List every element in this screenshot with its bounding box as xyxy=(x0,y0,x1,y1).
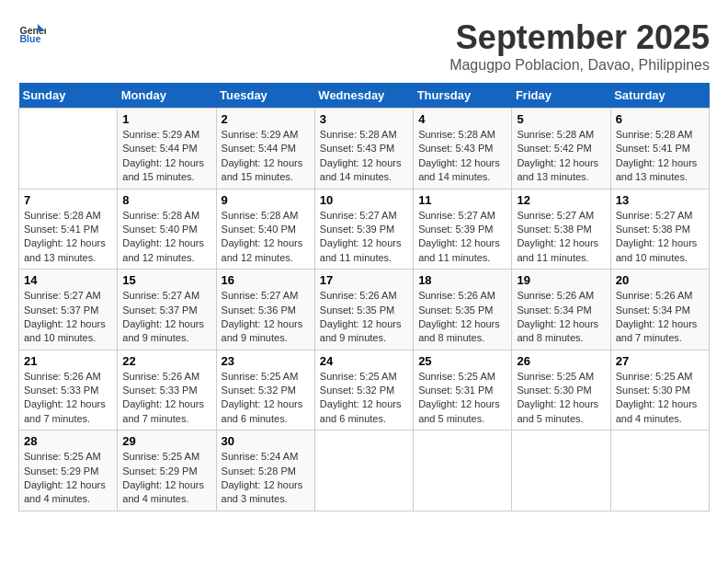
day-number: 24 xyxy=(320,354,408,368)
weekday-saturday: Saturday xyxy=(610,83,709,109)
calendar-cell: 20Sunrise: 5:26 AM Sunset: 5:34 PM Dayli… xyxy=(610,270,709,350)
day-number: 7 xyxy=(24,193,112,207)
day-number: 15 xyxy=(122,273,210,287)
location-title: Magugpo Poblacion, Davao, Philippines xyxy=(449,57,710,74)
calendar-cell: 11Sunrise: 5:27 AM Sunset: 5:39 PM Dayli… xyxy=(414,189,512,270)
calendar-cell: 16Sunrise: 5:27 AM Sunset: 5:36 PM Dayli… xyxy=(216,270,314,350)
week-row-5: 28Sunrise: 5:25 AM Sunset: 5:29 PM Dayli… xyxy=(19,431,710,511)
day-info: Sunrise: 5:25 AM Sunset: 5:32 PM Dayligh… xyxy=(222,370,310,427)
calendar-cell: 17Sunrise: 5:26 AM Sunset: 5:35 PM Dayli… xyxy=(314,270,413,350)
weekday-friday: Friday xyxy=(512,83,610,109)
calendar-cell: 19Sunrise: 5:26 AM Sunset: 5:34 PM Dayli… xyxy=(512,270,610,350)
day-info: Sunrise: 5:26 AM Sunset: 5:34 PM Dayligh… xyxy=(517,289,605,346)
day-number: 14 xyxy=(24,273,112,287)
day-number: 11 xyxy=(418,193,506,207)
calendar-cell: 15Sunrise: 5:27 AM Sunset: 5:37 PM Dayli… xyxy=(118,270,216,350)
calendar-cell: 8Sunrise: 5:28 AM Sunset: 5:40 PM Daylig… xyxy=(118,189,216,270)
day-number: 25 xyxy=(418,354,506,368)
calendar-cell: 22Sunrise: 5:26 AM Sunset: 5:33 PM Dayli… xyxy=(118,350,216,431)
calendar-cell: 5Sunrise: 5:28 AM Sunset: 5:42 PM Daylig… xyxy=(512,109,610,190)
day-info: Sunrise: 5:28 AM Sunset: 5:41 PM Dayligh… xyxy=(616,128,704,185)
calendar-cell: 27Sunrise: 5:25 AM Sunset: 5:30 PM Dayli… xyxy=(610,350,709,431)
page-header: General Blue September 2025 Magugpo Pobl… xyxy=(18,18,710,74)
day-info: Sunrise: 5:27 AM Sunset: 5:39 PM Dayligh… xyxy=(320,209,408,266)
day-info: Sunrise: 5:26 AM Sunset: 5:33 PM Dayligh… xyxy=(122,370,210,427)
day-number: 21 xyxy=(24,354,112,368)
weekday-sunday: Sunday xyxy=(19,83,118,109)
weekday-header-row: SundayMondayTuesdayWednesdayThursdayFrid… xyxy=(19,83,710,109)
week-row-2: 7Sunrise: 5:28 AM Sunset: 5:41 PM Daylig… xyxy=(19,189,710,270)
day-number: 23 xyxy=(222,354,310,368)
calendar-cell: 18Sunrise: 5:26 AM Sunset: 5:35 PM Dayli… xyxy=(414,270,512,350)
day-info: Sunrise: 5:27 AM Sunset: 5:39 PM Dayligh… xyxy=(418,209,506,266)
calendar-cell: 25Sunrise: 5:25 AM Sunset: 5:31 PM Dayli… xyxy=(414,350,512,431)
day-number: 26 xyxy=(517,354,605,368)
calendar-cell: 24Sunrise: 5:25 AM Sunset: 5:32 PM Dayli… xyxy=(314,350,413,431)
title-section: September 2025 Magugpo Poblacion, Davao,… xyxy=(449,18,710,74)
day-number: 17 xyxy=(320,273,408,287)
day-number: 29 xyxy=(122,434,210,448)
calendar-cell: 4Sunrise: 5:28 AM Sunset: 5:43 PM Daylig… xyxy=(414,109,512,190)
calendar-cell: 3Sunrise: 5:28 AM Sunset: 5:43 PM Daylig… xyxy=(314,109,413,190)
day-info: Sunrise: 5:27 AM Sunset: 5:38 PM Dayligh… xyxy=(517,209,605,266)
day-info: Sunrise: 5:28 AM Sunset: 5:41 PM Dayligh… xyxy=(24,209,112,266)
weekday-wednesday: Wednesday xyxy=(314,83,413,109)
day-number: 16 xyxy=(222,273,310,287)
day-info: Sunrise: 5:25 AM Sunset: 5:30 PM Dayligh… xyxy=(616,370,704,427)
day-info: Sunrise: 5:26 AM Sunset: 5:34 PM Dayligh… xyxy=(616,289,704,346)
day-info: Sunrise: 5:25 AM Sunset: 5:29 PM Dayligh… xyxy=(122,450,210,507)
weekday-thursday: Thursday xyxy=(414,83,512,109)
day-info: Sunrise: 5:29 AM Sunset: 5:44 PM Dayligh… xyxy=(222,128,310,185)
day-number: 10 xyxy=(320,193,408,207)
day-number: 22 xyxy=(122,354,210,368)
day-info: Sunrise: 5:28 AM Sunset: 5:42 PM Dayligh… xyxy=(517,128,605,185)
calendar-cell: 1Sunrise: 5:29 AM Sunset: 5:44 PM Daylig… xyxy=(118,109,216,190)
week-row-1: 1Sunrise: 5:29 AM Sunset: 5:44 PM Daylig… xyxy=(19,109,710,190)
logo: General Blue xyxy=(18,18,46,46)
day-number: 27 xyxy=(616,354,704,368)
day-number: 30 xyxy=(222,434,310,448)
day-info: Sunrise: 5:28 AM Sunset: 5:40 PM Dayligh… xyxy=(222,209,310,266)
calendar-cell xyxy=(19,109,118,190)
day-number: 19 xyxy=(517,273,605,287)
day-number: 1 xyxy=(122,112,210,126)
logo-icon: General Blue xyxy=(18,18,46,46)
calendar-cell: 28Sunrise: 5:25 AM Sunset: 5:29 PM Dayli… xyxy=(19,431,118,511)
day-info: Sunrise: 5:28 AM Sunset: 5:43 PM Dayligh… xyxy=(418,128,506,185)
day-info: Sunrise: 5:25 AM Sunset: 5:29 PM Dayligh… xyxy=(24,450,112,507)
day-info: Sunrise: 5:25 AM Sunset: 5:31 PM Dayligh… xyxy=(418,370,506,427)
day-number: 18 xyxy=(418,273,506,287)
day-number: 20 xyxy=(616,273,704,287)
calendar-cell: 9Sunrise: 5:28 AM Sunset: 5:40 PM Daylig… xyxy=(216,189,314,270)
day-number: 8 xyxy=(122,193,210,207)
day-info: Sunrise: 5:29 AM Sunset: 5:44 PM Dayligh… xyxy=(122,128,210,185)
day-info: Sunrise: 5:28 AM Sunset: 5:40 PM Dayligh… xyxy=(122,209,210,266)
calendar-cell: 2Sunrise: 5:29 AM Sunset: 5:44 PM Daylig… xyxy=(216,109,314,190)
day-number: 3 xyxy=(320,112,408,126)
day-number: 12 xyxy=(517,193,605,207)
week-row-3: 14Sunrise: 5:27 AM Sunset: 5:37 PM Dayli… xyxy=(19,270,710,350)
day-number: 6 xyxy=(616,112,704,126)
calendar-cell: 10Sunrise: 5:27 AM Sunset: 5:39 PM Dayli… xyxy=(314,189,413,270)
calendar-cell xyxy=(314,431,413,511)
calendar-cell xyxy=(414,431,512,511)
calendar-cell: 30Sunrise: 5:24 AM Sunset: 5:28 PM Dayli… xyxy=(216,431,314,511)
calendar-cell: 13Sunrise: 5:27 AM Sunset: 5:38 PM Dayli… xyxy=(610,189,709,270)
calendar-body: 1Sunrise: 5:29 AM Sunset: 5:44 PM Daylig… xyxy=(19,109,710,511)
day-info: Sunrise: 5:26 AM Sunset: 5:35 PM Dayligh… xyxy=(418,289,506,346)
calendar-cell: 12Sunrise: 5:27 AM Sunset: 5:38 PM Dayli… xyxy=(512,189,610,270)
calendar-cell: 21Sunrise: 5:26 AM Sunset: 5:33 PM Dayli… xyxy=(19,350,118,431)
month-title: September 2025 xyxy=(449,18,710,57)
calendar-cell xyxy=(610,431,709,511)
calendar-cell xyxy=(512,431,610,511)
svg-text:Blue: Blue xyxy=(20,33,41,44)
day-info: Sunrise: 5:27 AM Sunset: 5:37 PM Dayligh… xyxy=(24,289,112,346)
calendar-cell: 14Sunrise: 5:27 AM Sunset: 5:37 PM Dayli… xyxy=(19,270,118,350)
calendar-table: SundayMondayTuesdayWednesdayThursdayFrid… xyxy=(18,83,710,511)
day-info: Sunrise: 5:24 AM Sunset: 5:28 PM Dayligh… xyxy=(222,450,310,507)
calendar-cell: 26Sunrise: 5:25 AM Sunset: 5:30 PM Dayli… xyxy=(512,350,610,431)
day-info: Sunrise: 5:28 AM Sunset: 5:43 PM Dayligh… xyxy=(320,128,408,185)
weekday-tuesday: Tuesday xyxy=(216,83,314,109)
day-number: 5 xyxy=(517,112,605,126)
day-number: 28 xyxy=(24,434,112,448)
